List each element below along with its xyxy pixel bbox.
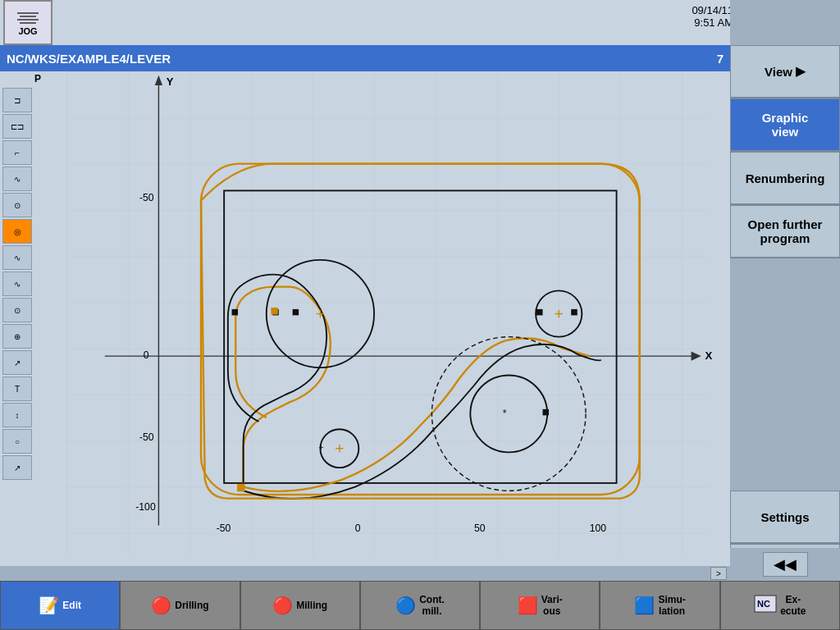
toolbar-icon-13[interactable]: ↕	[2, 403, 32, 427]
horizontal-scrollbar: >	[0, 566, 730, 581]
svg-rect-40	[543, 409, 550, 416]
simulation-icon: 🟦	[634, 596, 655, 615]
svg-text:X: X	[705, 349, 712, 362]
toolbar-icon-14[interactable]: ○	[2, 429, 32, 454]
settings-button[interactable]: Settings	[730, 491, 840, 544]
toolbar-icon-4[interactable]: ∿	[2, 167, 32, 191]
canvas-area: Y X -50 0 -50 -100 -50 0 50 100	[45, 71, 730, 556]
edit-label: Edit	[62, 600, 81, 611]
toolbar-icon-6[interactable]: ◎	[2, 219, 32, 244]
toolbar-icon-2[interactable]: ⊏⊐	[2, 114, 32, 139]
main-area: ⊐ ⊏⊐ ⌐ ∿ ⊙ ◎ ∿ ∿ ⊙ ⊕ ↗ T ↕ ○ ↗ P	[0, 71, 730, 581]
simulation-label: Simu-lation	[658, 594, 685, 618]
various-label: Vari-ous	[541, 594, 563, 618]
left-toolbar: ⊐ ⊏⊐ ⌐ ∿ ⊙ ◎ ∿ ∿ ⊙ ⊕ ↗ T ↕ ○ ↗	[0, 71, 34, 581]
graphic-svg: Y X -50 0 -50 -100 -50 0 50 100	[45, 71, 730, 556]
various-icon: 🟥	[518, 596, 538, 615]
svg-text:0: 0	[355, 523, 361, 534]
nc-icon: NC	[754, 595, 777, 617]
svg-rect-26	[293, 309, 299, 316]
renumbering-label: Renumbering	[746, 171, 825, 185]
p-axis-label: P	[34, 73, 41, 84]
renumbering-button[interactable]: Renumbering	[730, 152, 840, 205]
back-buttons: ◀◀	[730, 548, 840, 581]
drilling-button[interactable]: 🔴 Drilling	[120, 581, 240, 630]
edit-icon: 📝	[39, 596, 59, 615]
svg-text:-50: -50	[139, 431, 154, 443]
graphic-view-button[interactable]: Graphicview	[730, 98, 840, 152]
svg-rect-32	[571, 309, 578, 316]
svg-text:NC: NC	[757, 599, 770, 609]
cont-mill-label: Cont.mill.	[419, 594, 445, 618]
toolbar-icon-8[interactable]: ∿	[2, 272, 32, 296]
program-path: NC/WKS/EXAMPLE4/LEVER	[7, 52, 171, 66]
svg-text:-50: -50	[217, 523, 231, 534]
view-button[interactable]: View ▶	[730, 45, 840, 98]
jog-button[interactable]: JOG	[3, 0, 52, 45]
back-button-1[interactable]: ◀◀	[763, 552, 808, 577]
right-sidebar: View ▶ Graphicview Renumbering Open furt…	[730, 0, 840, 630]
open-further-label: Open furtherprogram	[748, 217, 823, 245]
program-number: 7	[717, 52, 724, 66]
open-further-program-button[interactable]: Open furtherprogram	[730, 205, 840, 258]
datetime-display: 09/14/11 9:51 AM	[692, 4, 733, 29]
toolbar-icon-7[interactable]: ∿	[2, 245, 32, 270]
toolbar-icon-1[interactable]: ⊐	[2, 88, 32, 112]
top-bar: JOG 09/14/11 9:51 AM	[0, 0, 840, 45]
svg-text:0: 0	[144, 349, 149, 361]
svg-text:-50: -50	[139, 192, 154, 203]
sidebar-spacer	[730, 258, 840, 491]
settings-label: Settings	[760, 510, 809, 524]
svg-rect-31	[536, 309, 543, 316]
svg-text:Y: Y	[167, 75, 174, 88]
drilling-icon: 🔴	[151, 596, 171, 615]
toolbar-icon-9[interactable]: ⊙	[2, 298, 32, 322]
drilling-label: Drilling	[175, 600, 208, 611]
edit-button[interactable]: 📝 Edit	[0, 581, 120, 630]
svg-text:-100: -100	[135, 501, 156, 513]
svg-rect-24	[232, 309, 239, 316]
svg-rect-27	[271, 308, 277, 314]
toolbar-icon-3[interactable]: ⌐	[2, 140, 32, 165]
svg-rect-41	[237, 484, 244, 491]
toolbar-icon-10[interactable]: ⊕	[2, 324, 32, 349]
execute-label: Ex-ecute	[780, 594, 806, 618]
graphic-view-label: Graphicview	[762, 111, 809, 139]
toolbar-icon-11[interactable]: ↗	[2, 350, 32, 375]
jog-label: JOG	[18, 26, 37, 36]
taskbar: 📝 Edit 🔴 Drilling 🔴 Milling 🔵 Cont.mill.…	[0, 581, 840, 630]
cont-mill-button[interactable]: 🔵 Cont.mill.	[360, 581, 480, 630]
execute-button[interactable]: NC Ex-ecute	[720, 581, 840, 630]
time-display: 9:51 AM	[692, 16, 733, 29]
toolbar-icon-15[interactable]: ↗	[2, 455, 32, 480]
svg-text:100: 100	[590, 523, 607, 534]
toolbar-icon-12[interactable]: T	[2, 377, 32, 401]
cont-mill-icon: 🔵	[395, 596, 416, 615]
title-bar: NC/WKS/EXAMPLE4/LEVER 7	[0, 45, 730, 71]
svg-text:50: 50	[474, 523, 486, 534]
svg-text:+: +	[319, 443, 324, 452]
milling-label: Milling	[296, 600, 327, 611]
svg-text:*: *	[503, 408, 507, 419]
toolbar-icon-5[interactable]: ⊙	[2, 193, 32, 217]
various-button[interactable]: 🟥 Vari-ous	[480, 581, 600, 630]
scroll-right-button[interactable]: >	[710, 567, 727, 580]
view-label: View	[765, 65, 792, 79]
milling-button[interactable]: 🔴 Milling	[240, 581, 360, 630]
milling-icon: 🔴	[272, 596, 293, 615]
simulation-button[interactable]: 🟦 Simu-lation	[600, 581, 719, 630]
view-arrow: ▶	[796, 64, 806, 79]
date-display: 09/14/11	[692, 4, 733, 16]
